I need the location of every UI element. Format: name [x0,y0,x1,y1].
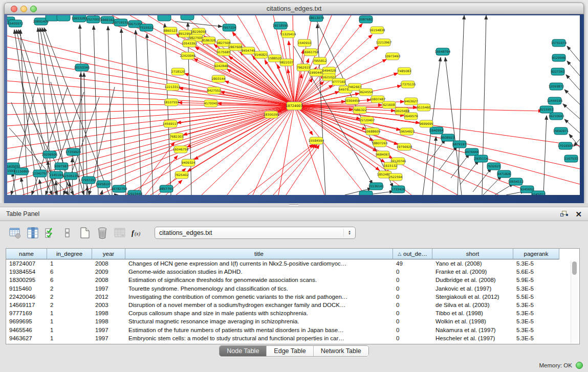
panel-splitter[interactable] [0,203,588,207]
table-settings-icon[interactable] [8,226,22,240]
table-cell[interactable]: 1 [47,260,92,267]
table-cell[interactable]: Estimation of significance thresholds fo… [125,277,393,283]
table-cell[interactable]: 1997 [92,327,125,333]
tab-edge-table[interactable]: Edge Table [266,346,313,356]
table-cell[interactable]: 1 [47,327,92,333]
table-cell[interactable]: Investigating the contribution of common… [125,294,393,300]
close-window-button[interactable] [11,6,17,12]
table-cell[interactable]: 1 [47,318,92,324]
table-cell[interactable]: 5.5E-5 [513,294,559,300]
table-row[interactable]: 969969511998Structural magnetic resonanc… [6,317,579,325]
network-canvas[interactable]: 1841231154055722089140610653287152700269… [7,15,580,195]
close-panel-icon[interactable]: ✕ [575,210,582,218]
table-cell[interactable]: 1997 [92,335,125,341]
select-columns-icon[interactable] [26,226,39,240]
table-row[interactable]: 977716911998Corpus callosum shape and si… [6,309,579,317]
column-header-in-degree[interactable]: in_degree [47,249,92,259]
table-cell[interactable]: 2009 [92,269,125,275]
table-cell[interactable]: 5.3E-5 [513,327,559,333]
zoom-window-button[interactable] [30,6,37,12]
column-header-year[interactable]: year [92,249,125,259]
table-cell[interactable]: Corpus callosum shape and size in male p… [125,310,393,316]
table-cell[interactable]: 6 [47,277,92,283]
scrollbar-thumb[interactable] [572,261,577,275]
hide-columns-icon[interactable] [60,226,74,240]
table-cell[interactable]: 0 [393,310,432,316]
delete-table-icon[interactable] [113,226,126,240]
column-header-short[interactable]: short [432,249,513,259]
float-panel-icon[interactable] [560,211,568,217]
tab-node-table[interactable]: Node Table [220,346,266,356]
column-header-out-de-[interactable]: △out_de… [393,249,432,259]
table-cell[interactable]: 9465546 [6,327,47,333]
table-cell[interactable]: 1998 [92,310,125,316]
table-selector-dropdown[interactable]: citations_edges.txt ▲▼ [155,227,356,239]
table-cell[interactable]: Franke et al. (2009) [432,269,513,275]
table-scrollbar[interactable] [571,260,578,343]
table-cell[interactable]: 2 [47,294,92,300]
table-cell[interactable]: 5.3E-5 [513,335,559,341]
table-cell[interactable]: 5.9E-5 [513,277,559,283]
table-cell[interactable]: 0 [393,269,432,275]
table-cell[interactable]: Yano et al. (2008) [432,260,513,267]
table-cell[interactable]: 0 [393,327,432,333]
memory-status-indicator-icon[interactable] [576,362,583,369]
table-cell[interactable]: 5.3E-5 [513,260,559,267]
column-header-pagerank[interactable]: pagerank [513,249,559,259]
table-row[interactable]: 1830029562008Estimation of significance … [6,276,579,284]
delete-column-icon[interactable] [95,226,109,240]
table-cell[interactable]: 9777169 [6,310,47,316]
new-column-icon[interactable] [78,226,92,240]
table-cell[interactable]: 9463627 [6,335,47,341]
table-cell[interactable]: 5.3E-5 [513,302,559,308]
table-cell[interactable]: 2003 [92,302,125,308]
table-cell[interactable]: 5.3E-5 [513,318,559,324]
table-cell[interactable]: 0 [393,277,432,283]
function-builder-icon[interactable]: f(x) [130,226,144,240]
table-row[interactable]: 911546021997Tourette syndrome. Phenomeno… [6,285,579,293]
table-cell[interactable]: 0 [393,286,432,292]
table-cell[interactable]: 22420046 [6,294,47,300]
table-cell[interactable]: 5.3E-5 [513,310,559,316]
table-cell[interactable]: 14569117 [6,302,47,308]
table-cell[interactable]: 6 [47,269,92,275]
table-cell[interactable]: 9115460 [6,286,47,292]
table-cell[interactable]: 2 [47,302,92,308]
table-row[interactable]: 1872400712008Changes of HCN gene express… [6,259,579,268]
table-cell[interactable]: 5.3E-5 [513,286,559,292]
table-cell[interactable]: 1998 [92,318,125,324]
table-cell[interactable]: Embryonic stem cells: a model to study s… [125,335,393,341]
table-cell[interactable]: 0 [393,294,432,300]
table-cell[interactable]: Estimation of the future numbers of pati… [125,327,393,333]
window-titlebar[interactable]: citations_edges.txt [4,3,584,14]
table-cell[interactable]: Disruption of a novel member of a sodium… [125,302,393,308]
table-cell[interactable]: Hescheler et al. (1997) [432,335,513,341]
table-cell[interactable]: Tourette syndrome. Phenomenology and cla… [125,286,393,292]
table-cell[interactable]: 2 [47,286,92,292]
table-cell[interactable]: 0 [393,302,432,308]
table-cell[interactable]: Nakamura et al. (1997) [432,327,513,333]
table-cell[interactable]: 1997 [92,286,125,292]
graph-node[interactable] [181,15,194,20]
table-row[interactable]: 2242004622012Investigating the contribut… [6,293,579,301]
table-cell[interactable]: Tibbo et al. (1998) [432,310,513,316]
column-header-title[interactable]: title [125,249,393,259]
table-cell[interactable]: 0 [393,318,432,324]
table-cell[interactable]: Wolkin et al. (1998) [432,318,513,324]
column-header-name[interactable]: name [6,249,47,259]
table-cell[interactable]: Changes of HCN gene expression and I(f) … [125,260,393,267]
graph-node[interactable] [57,15,70,21]
table-cell[interactable]: 49 [393,260,432,267]
table-cell[interactable]: 5.6E-5 [513,269,559,275]
table-cell[interactable]: 2012 [92,294,125,300]
table-cell[interactable]: 2008 [92,277,125,283]
table-row[interactable]: 1938455462009Genome-wide association stu… [6,268,579,276]
table-cell[interactable]: Genome-wide association studies in ADHD. [125,269,393,275]
minimize-window-button[interactable] [20,6,27,12]
table-cell[interactable]: 1 [47,310,92,316]
table-cell[interactable]: 0 [393,335,432,341]
table-cell[interactable]: 2008 [92,260,125,267]
table-cell[interactable]: 9699695 [6,318,47,324]
table-cell[interactable]: 18724007 [6,260,47,267]
tab-network-table[interactable]: Network Table [313,346,368,356]
